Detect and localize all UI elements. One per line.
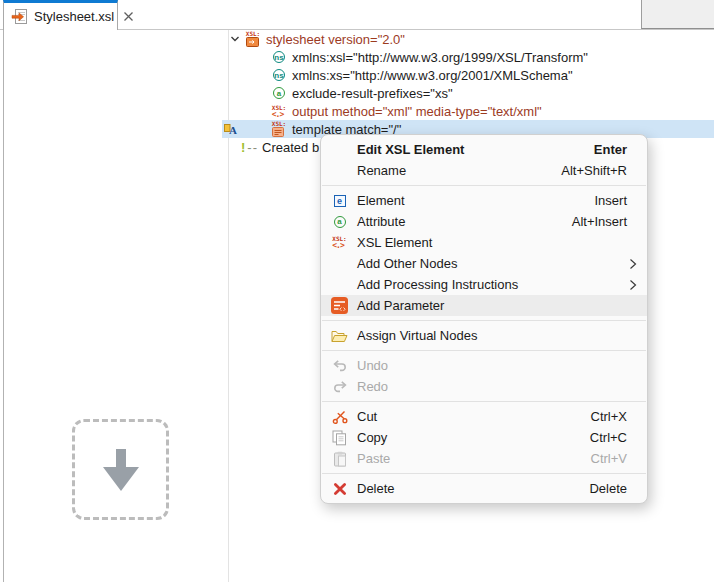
submenu-arrow-icon <box>629 279 637 291</box>
menu-icon-placeholder <box>331 255 348 272</box>
menu-item-undo: Undo <box>321 355 647 376</box>
menu-item-label: Edit XSL Element <box>357 142 464 157</box>
drop-arrow-icon <box>101 449 141 491</box>
menu-shortcut: Delete <box>589 481 627 496</box>
undo-icon <box>331 357 348 374</box>
menu-item-label: Delete <box>357 481 395 496</box>
menu-item-label: Copy <box>357 430 387 445</box>
comment-dashes: -- <box>247 140 258 155</box>
menu-item-label: XSL Element <box>357 235 432 250</box>
tab-stylesheet[interactable]: Stylesheet.xsl <box>3 0 118 30</box>
tree-row-stylesheet[interactable]: XSL:stylesheet version="2.0" <box>222 30 714 48</box>
context-menu: Edit XSL ElementEnterRenameAlt+Shift+ReE… <box>320 134 648 504</box>
xsl-element-icon: XSL:<.> <box>270 105 288 118</box>
menu-item-label: Attribute <box>357 214 405 229</box>
tree-row-label: Created b <box>262 140 319 155</box>
paste-icon <box>331 450 348 467</box>
menu-item-label: Redo <box>357 379 388 394</box>
menu-separator <box>322 185 646 186</box>
menu-item-assign-virtual-nodes[interactable]: Assign Virtual Nodes <box>321 325 647 346</box>
submenu-arrow-icon <box>629 258 637 270</box>
inline-edit-icon: A <box>224 122 239 140</box>
comment-icon: ! <box>241 140 245 155</box>
app-window: Stylesheet.xsl XSL:stylesheet version="2… <box>0 0 714 582</box>
chevron-down-icon[interactable] <box>230 34 240 44</box>
menu-item-label: Undo <box>357 358 388 373</box>
menu-icon-placeholder <box>331 276 348 293</box>
menu-shortcut: Enter <box>594 142 627 157</box>
menu-item-edit-xsl-element[interactable]: Edit XSL ElementEnter <box>321 139 647 160</box>
menu-item-add-parameter[interactable]: Add Parameter <box>321 295 647 316</box>
menu-separator <box>322 350 646 351</box>
tree-row-label: exclude-result-prefixes="xs" <box>292 86 453 101</box>
menu-item-add-processing-instructions[interactable]: Add Processing Instructions <box>321 274 647 295</box>
menu-item-cut[interactable]: CutCtrl+X <box>321 406 647 427</box>
tree-row-label: output method="xml" media-type="text/xml… <box>292 104 542 119</box>
tree-row-output[interactable]: XSL:<.>output method="xml" media-type="t… <box>222 102 714 120</box>
tree-row-xmlns-xsl[interactable]: nsxmlns:xsl="http://www.w3.org/1999/XSL/… <box>222 48 714 66</box>
menu-item-redo: Redo <box>321 376 647 397</box>
menu-shortcut: Alt+Shift+R <box>561 163 627 178</box>
menu-item-rename[interactable]: RenameAlt+Shift+R <box>321 160 647 181</box>
menu-shortcut: Alt+Insert <box>572 214 627 229</box>
menu-item-copy[interactable]: CopyCtrl+C <box>321 427 647 448</box>
menu-icon-placeholder <box>331 141 348 158</box>
xsl-template-icon: XSL: <box>270 121 288 137</box>
menu-icon-placeholder <box>331 162 348 179</box>
drop-target[interactable] <box>72 419 169 520</box>
menu-item-label: Element <box>357 193 405 208</box>
copy-icon <box>331 429 348 446</box>
add-parameter-icon <box>331 297 348 314</box>
menu-item-label: Cut <box>357 409 377 424</box>
attribute-icon: a <box>270 87 288 99</box>
tab-bar: Stylesheet.xsl <box>0 0 714 30</box>
menu-item-xsl-element[interactable]: XSL:<.>XSL Element <box>321 232 647 253</box>
xsl-stylesheet-icon: XSL: <box>244 31 262 47</box>
delete-icon <box>331 480 348 497</box>
menu-item-add-other-nodes[interactable]: Add Other Nodes <box>321 253 647 274</box>
menu-item-paste: PasteCtrl+V <box>321 448 647 469</box>
tree-row-xmlns-xs[interactable]: nsxmlns:xs="http://www.w3.org/2001/XMLSc… <box>222 66 714 84</box>
namespace-icon: ns <box>270 51 288 63</box>
tree-row-exclude-result-prefixes[interactable]: aexclude-result-prefixes="xs" <box>222 84 714 102</box>
menu-item-label: Add Parameter <box>357 298 444 313</box>
namespace-icon: ns <box>270 69 288 81</box>
xsl-element-icon: XSL:<.> <box>331 234 348 251</box>
tab-close-icon[interactable] <box>123 11 134 22</box>
menu-item-label: Add Other Nodes <box>357 256 457 271</box>
menu-item-label: Add Processing Instructions <box>357 277 518 292</box>
tab-bar-right-area <box>641 0 714 29</box>
menu-item-label: Rename <box>357 163 406 178</box>
tree-row-label: xmlns:xs="http://www.w3.org/2001/XMLSche… <box>292 68 573 83</box>
cut-icon <box>331 408 348 425</box>
menu-shortcut: Ctrl+C <box>590 430 627 445</box>
menu-shortcut: Insert <box>594 193 627 208</box>
folder-open-icon <box>331 327 348 344</box>
menu-item-label: Paste <box>357 451 390 466</box>
menu-item-label: Assign Virtual Nodes <box>357 328 477 343</box>
menu-shortcut: Ctrl+V <box>591 451 627 466</box>
svg-text:A: A <box>229 124 237 136</box>
menu-item-attribute[interactable]: aAttributeAlt+Insert <box>321 211 647 232</box>
menu-separator <box>322 401 646 402</box>
menu-shortcut: Ctrl+X <box>591 409 627 424</box>
tree-row-label: stylesheet version="2.0" <box>266 32 405 47</box>
attribute-icon: a <box>331 213 348 230</box>
menu-separator <box>322 320 646 321</box>
element-icon: e <box>331 192 348 209</box>
menu-item-element[interactable]: eElementInsert <box>321 190 647 211</box>
tab-title: Stylesheet.xsl <box>34 9 114 24</box>
tree-row-label: xmlns:xsl="http://www.w3.org/1999/XSL/Tr… <box>292 50 588 65</box>
redo-icon <box>331 378 348 395</box>
stylesheet-file-icon <box>11 8 28 25</box>
menu-item-delete[interactable]: DeleteDelete <box>321 478 647 499</box>
menu-separator <box>322 473 646 474</box>
